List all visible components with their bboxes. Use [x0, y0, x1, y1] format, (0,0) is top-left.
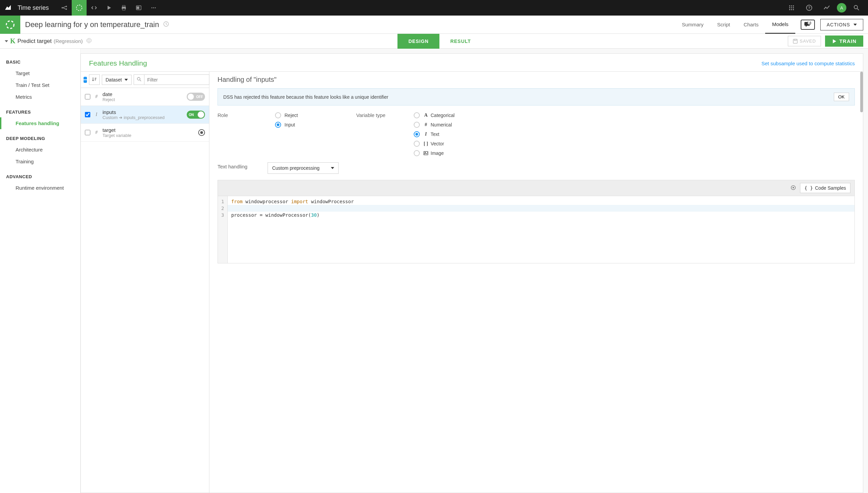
- feature-row-inputs[interactable]: I inputs Custom inputs_preprocessed ON: [81, 106, 209, 124]
- sidebar-item-runtime-env[interactable]: Runtime environment: [6, 182, 74, 194]
- vector-icon: [ ]: [423, 141, 429, 146]
- feature-checkbox[interactable]: [85, 94, 90, 100]
- filter-input[interactable]: [145, 75, 209, 85]
- model-task-title: Predict target: [18, 38, 52, 45]
- sidebar-item-train-test[interactable]: Train / Test Set: [6, 79, 74, 91]
- role-option-input[interactable]: Input: [275, 122, 356, 128]
- activity-icon[interactable]: [819, 0, 834, 16]
- ok-button[interactable]: OK: [834, 93, 849, 101]
- search-icon: [134, 75, 145, 85]
- model-task-subtitle: (Regression): [54, 38, 83, 44]
- svg-rect-5: [123, 5, 125, 7]
- flow-icon[interactable]: [57, 0, 72, 16]
- settings-sidebar: BASIC Target Train / Test Set Metrics FE…: [0, 49, 81, 493]
- svg-text:?: ?: [808, 6, 810, 10]
- vartype-option-text[interactable]: IText: [414, 131, 855, 137]
- sidebar-heading-basic: BASIC: [6, 56, 74, 67]
- sidebar-item-metrics[interactable]: Metrics: [6, 91, 74, 103]
- code-gutter: 123: [218, 196, 228, 263]
- role-option-reject[interactable]: Reject: [275, 112, 356, 119]
- apps-icon[interactable]: [784, 0, 799, 16]
- svg-point-32: [425, 152, 426, 153]
- gear-icon[interactable]: [86, 38, 92, 44]
- code-samples-button[interactable]: { } Code Samples: [800, 183, 850, 193]
- select-all-checkbox[interactable]: [84, 77, 87, 83]
- svg-rect-20: [793, 9, 794, 10]
- code-icon[interactable]: [87, 0, 102, 16]
- svg-rect-29: [794, 39, 796, 41]
- chevron-down-icon: [853, 24, 857, 26]
- scrollbar[interactable]: [860, 72, 863, 112]
- image-icon: [423, 151, 429, 155]
- lab-icon[interactable]: [72, 0, 87, 16]
- sidebar-item-architecture[interactable]: Architecture: [6, 144, 74, 155]
- svg-rect-19: [791, 9, 792, 10]
- run-icon[interactable]: [102, 0, 117, 16]
- feature-checkbox[interactable]: [85, 112, 90, 117]
- feature-name: target: [103, 127, 195, 133]
- svg-point-10: [153, 7, 154, 8]
- feature-toggle[interactable]: ON: [187, 111, 205, 119]
- feature-toggle[interactable]: OFF: [187, 93, 205, 101]
- tab-script[interactable]: Script: [711, 16, 737, 34]
- search-icon[interactable]: [849, 0, 864, 16]
- subsample-link[interactable]: Set subsample used to compute statistics: [761, 61, 855, 66]
- chevron-down-icon: [331, 167, 334, 169]
- user-avatar[interactable]: A: [837, 3, 846, 13]
- tab-charts[interactable]: Charts: [737, 16, 765, 34]
- svg-rect-15: [789, 7, 790, 8]
- project-name[interactable]: Time series: [18, 4, 49, 12]
- tab-summary[interactable]: Summary: [675, 16, 711, 34]
- analysis-title: Deep learning for y on temperature_train: [25, 20, 159, 29]
- svg-point-11: [155, 7, 156, 8]
- text-handling-select[interactable]: Custom preprocessing: [268, 162, 339, 174]
- chevron-down-icon[interactable]: [5, 40, 8, 42]
- numeric-type-icon: #: [94, 130, 99, 135]
- svg-rect-14: [793, 5, 794, 6]
- arrow-right-icon: [119, 116, 123, 119]
- numerical-icon: #: [423, 122, 429, 127]
- sidebar-item-features-handling[interactable]: Features handling: [0, 117, 74, 129]
- design-tab[interactable]: DESIGN: [398, 34, 439, 49]
- feature-row-target[interactable]: # target Target variable: [81, 124, 209, 142]
- result-tab[interactable]: RESULT: [439, 34, 482, 49]
- sidebar-item-target[interactable]: Target: [6, 67, 74, 79]
- svg-rect-17: [793, 7, 794, 8]
- vartype-option-numerical[interactable]: #Numerical: [414, 122, 855, 128]
- feature-sub: Custom inputs_preprocessed: [103, 115, 183, 120]
- object-header: Deep learning for y on temperature_train…: [0, 16, 868, 34]
- sidebar-heading-features: FEATURES: [6, 106, 74, 117]
- dataiku-logo-icon[interactable]: [4, 4, 12, 12]
- feature-list: Dataset # date Reject: [81, 72, 209, 493]
- actions-button[interactable]: ACTIONS: [820, 19, 863, 30]
- refresh-icon[interactable]: [163, 21, 169, 28]
- dataset-dropdown[interactable]: Dataset: [102, 75, 132, 85]
- help-icon[interactable]: ?: [802, 0, 817, 16]
- train-button[interactable]: TRAIN: [825, 36, 863, 47]
- dashboard-icon[interactable]: [131, 0, 146, 16]
- gear-icon[interactable]: [790, 185, 796, 191]
- sort-button[interactable]: [89, 74, 100, 85]
- discussion-icon[interactable]: +: [801, 20, 815, 30]
- feature-checkbox[interactable]: [85, 130, 90, 135]
- svg-point-30: [137, 78, 140, 80]
- feature-row-date[interactable]: # date Reject OFF: [81, 88, 209, 106]
- svg-point-23: [854, 5, 858, 9]
- categorical-icon: A: [423, 113, 429, 118]
- vartype-option-vector[interactable]: [ ]Vector: [414, 141, 855, 147]
- code-editor[interactable]: 123 from windowprocessor import windowPr…: [217, 196, 855, 263]
- svg-point-24: [6, 21, 14, 28]
- vartype-option-categorical[interactable]: ACategorical: [414, 112, 855, 119]
- text-handling-label: Text handling: [217, 164, 247, 169]
- saved-button[interactable]: SAVED: [788, 36, 821, 46]
- tab-models[interactable]: Models: [765, 16, 795, 34]
- print-icon[interactable]: [117, 0, 131, 16]
- more-icon[interactable]: [146, 0, 161, 16]
- numeric-type-icon: #: [94, 94, 99, 100]
- feature-name: date: [103, 91, 183, 97]
- feature-name: inputs: [103, 109, 183, 115]
- feature-detail-panel: Handling of "inputs" DSS has rejected th…: [209, 72, 863, 493]
- analysis-icon: [0, 16, 20, 34]
- sidebar-item-training[interactable]: Training: [6, 155, 74, 167]
- vartype-option-image[interactable]: Image: [414, 150, 855, 156]
